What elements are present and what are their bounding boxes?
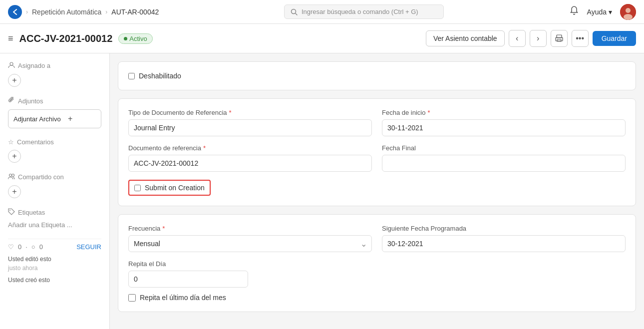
- repita-ultimo-dia-row: Repita el último día del mes: [128, 294, 626, 302]
- form-group-fecha-final: Fecha Final: [382, 144, 626, 172]
- ver-asiento-button[interactable]: Ver Asiento contable: [426, 30, 505, 46]
- page-header: ≡ ACC-JV-2021-00012 Activo Ver Asiento c…: [0, 24, 644, 53]
- repita-dia-label: Repita el Día: [128, 260, 248, 268]
- sidebar-divider: [8, 239, 101, 239]
- form-row-doc-fechafinal: Documento de referencia * Fecha Final: [128, 144, 626, 172]
- form-group-repita-dia: Repita el Día: [128, 260, 248, 288]
- repita-ultimo-label[interactable]: Repita el último día del mes: [140, 294, 226, 302]
- svg-point-10: [9, 210, 10, 211]
- comment-icon[interactable]: ○: [31, 243, 35, 251]
- status-dot: [124, 37, 127, 40]
- group-icon: [8, 173, 15, 181]
- fecha-inicio-required: *: [427, 109, 430, 116]
- svg-point-2: [626, 8, 631, 13]
- search-placeholder: Ingresar búsqueda o comando (Ctrl + G): [302, 8, 418, 15]
- repita-dia-input[interactable]: [128, 271, 248, 288]
- menu-icon[interactable]: ≡: [8, 33, 13, 44]
- compartido-label: Compartido con: [8, 173, 101, 181]
- adjuntar-plus-button[interactable]: +: [64, 112, 77, 125]
- doc-ref-label: Documento de referencia *: [128, 144, 372, 152]
- avatar[interactable]: [620, 4, 636, 20]
- frecuencia-select-wrapper: Mensual Semanal Diario Anual: [128, 235, 372, 252]
- main-layout: Asignado a + Adjuntos Adjuntar Archivo +…: [0, 53, 644, 329]
- content-area: Deshabilitado Tipo de Documento de Refer…: [110, 53, 644, 329]
- svg-point-9: [12, 174, 14, 177]
- activity1: Usted editó esto justo ahora: [8, 255, 101, 273]
- tag-icon: [8, 208, 15, 217]
- submit-on-creation-container: Submit on Creation: [128, 180, 211, 196]
- page-title: ACC-JV-2021-00012: [19, 33, 113, 44]
- search-icon: [291, 8, 298, 15]
- nav-back-button[interactable]: [8, 5, 22, 19]
- fecha-inicio-label: Fecha de inicio *: [382, 109, 626, 116]
- form-group-fecha-inicio: Fecha de inicio *: [382, 109, 626, 136]
- svg-point-8: [9, 174, 12, 177]
- form-row-repita-dia: Repita el Día: [128, 260, 626, 288]
- top-nav: › Repetición Automática › AUT-AR-00042 I…: [0, 0, 644, 24]
- form-group-doc-ref: Documento de referencia *: [128, 144, 372, 172]
- disabled-row: Deshabilitado: [128, 72, 626, 80]
- repita-ultimo-checkbox[interactable]: [128, 294, 136, 302]
- sidebar-compartido-section: Compartido con +: [8, 173, 101, 198]
- frecuencia-select[interactable]: Mensual Semanal Diario Anual: [128, 235, 372, 252]
- add-asignado-button[interactable]: +: [8, 74, 21, 87]
- adjuntar-label: Adjuntar Archivo: [13, 115, 61, 123]
- svg-rect-6: [557, 39, 561, 41]
- nav-separator: ›: [26, 8, 28, 15]
- header-right: Ver Asiento contable ‹ › ••• Guardar: [426, 30, 636, 47]
- more-options-button[interactable]: •••: [572, 30, 589, 47]
- adjuntar-archivo-button[interactable]: Adjuntar Archivo +: [8, 109, 101, 128]
- person-icon: [8, 61, 15, 70]
- form-group-tipo-doc: Tipo de Documento de Referencia *: [128, 109, 372, 136]
- disabled-checkbox[interactable]: [128, 73, 135, 79]
- sidebar-etiquetas-section: Etiquetas Añadir una Etiqueta ...: [8, 208, 101, 229]
- form-group-empty: [258, 260, 626, 288]
- breadcrumb-current: AUT-AR-00042: [111, 8, 159, 16]
- activity2: Usted creó esto: [8, 276, 101, 285]
- siguiente-fecha-label: Siguiente Fecha Programada: [382, 225, 626, 232]
- help-button[interactable]: Ayuda ▾: [587, 8, 612, 16]
- print-button[interactable]: [551, 30, 568, 47]
- frecuencia-required: *: [162, 225, 165, 232]
- nav-left: › Repetición Automática › AUT-AR-00042: [8, 5, 159, 19]
- save-button[interactable]: Guardar: [593, 31, 636, 46]
- disabled-label[interactable]: Deshabilitado: [139, 72, 181, 80]
- nav-right: Ayuda ▾: [569, 4, 636, 20]
- svg-point-3: [624, 14, 633, 20]
- svg-point-7: [10, 62, 13, 65]
- help-label: Ayuda: [587, 8, 607, 16]
- dot-separator: ·: [25, 243, 27, 251]
- comentarios-label: ☆ Comentarios: [8, 138, 101, 146]
- follow-button[interactable]: SEGUIR: [76, 243, 101, 251]
- status-label: Activo: [129, 35, 147, 42]
- doc-ref-input[interactable]: [128, 155, 372, 172]
- svg-point-0: [291, 9, 296, 13]
- frecuencia-label: Frecuencia *: [128, 225, 372, 232]
- prev-button[interactable]: ‹: [509, 30, 526, 47]
- tipo-doc-required: *: [229, 109, 232, 116]
- activity-section: Usted editó esto justo ahora Usted creó …: [8, 255, 101, 285]
- card-frequency: Frecuencia * Mensual Semanal Diario Anua…: [118, 214, 636, 312]
- add-comentario-button[interactable]: +: [8, 150, 21, 163]
- breadcrumb-repeticion[interactable]: Repetición Automática: [32, 8, 101, 16]
- notification-bell-icon[interactable]: [569, 5, 579, 18]
- adjuntos-label: Adjuntos: [8, 97, 101, 105]
- etiquetas-label: Etiquetas: [8, 208, 101, 217]
- next-button[interactable]: ›: [530, 30, 547, 47]
- card-disabled: Deshabilitado: [118, 61, 636, 90]
- add-compartido-button[interactable]: +: [8, 185, 21, 198]
- submit-on-creation-label[interactable]: Submit on Creation: [145, 184, 205, 192]
- asignado-label: Asignado a: [8, 61, 101, 70]
- like-icon[interactable]: ♡: [8, 243, 14, 251]
- nav-center: Ingresar búsqueda o comando (Ctrl + G): [159, 4, 569, 19]
- siguiente-fecha-input[interactable]: [382, 235, 626, 252]
- tipo-doc-input[interactable]: [128, 119, 372, 136]
- fecha-final-input[interactable]: [382, 155, 626, 172]
- submit-on-creation-checkbox[interactable]: [134, 185, 141, 191]
- sidebar-comentarios-section: ☆ Comentarios +: [8, 138, 101, 163]
- fecha-inicio-input[interactable]: [382, 119, 626, 136]
- card-reference: Tipo de Documento de Referencia * Fecha …: [118, 98, 636, 206]
- anadir-etiqueta-link[interactable]: Añadir una Etiqueta ...: [8, 221, 72, 229]
- status-badge: Activo: [118, 33, 152, 44]
- search-bar[interactable]: Ingresar búsqueda o comando (Ctrl + G): [284, 4, 444, 19]
